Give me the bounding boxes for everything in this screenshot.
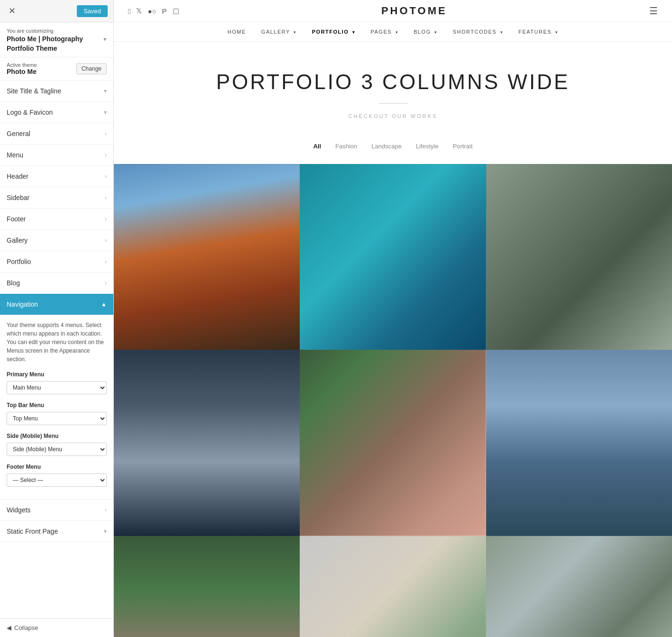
sidebar-item-logo-favicon[interactable]: Logo & Favicon ▾: [0, 102, 113, 123]
nav-item-features[interactable]: FEATURES ▾: [511, 29, 566, 35]
close-button[interactable]: ✕: [6, 5, 18, 17]
sidebar-item-label: Menu: [7, 151, 23, 159]
filter-tab-lifestyle[interactable]: Lifestyle: [416, 143, 439, 150]
nav-item-blog[interactable]: BLOG ▾: [406, 29, 445, 35]
chevron-right-icon: ›: [105, 152, 107, 158]
filter-tab-all[interactable]: All: [313, 143, 321, 150]
flickr-icon[interactable]: ●○: [147, 7, 156, 15]
top-bar-menu-select[interactable]: Main Menu Top Menu Side (Mobile) Menu: [7, 412, 107, 425]
top-bar-menu-group: Top Bar Menu Main Menu Top Menu Side (Mo…: [7, 401, 107, 425]
portfolio-item-1[interactable]: [114, 164, 300, 350]
social-icons:  𝕏 ●○ P ▢: [128, 7, 179, 15]
portfolio-item-4[interactable]: [114, 350, 300, 536]
sidebar-item-label: Blog: [7, 279, 20, 287]
nav-item-portfolio[interactable]: PORTFOLIO ▾: [304, 29, 363, 35]
sidebar-item-label: Logo & Favicon: [7, 109, 53, 116]
change-theme-button[interactable]: Change: [76, 63, 107, 74]
chevron-right-icon: ›: [105, 194, 107, 201]
footer-menu-select[interactable]: — Select — Main Menu Top Menu: [7, 473, 107, 487]
photo-7: [114, 536, 300, 637]
twitter-icon[interactable]: 𝕏: [136, 7, 142, 15]
sidebar-item-label: Widgets: [7, 506, 31, 514]
collapse-arrow-icon: ◀: [7, 624, 11, 631]
saved-button[interactable]: Saved: [77, 5, 108, 17]
navigation-description: Your theme supports 4 menus. Select whic…: [7, 321, 107, 364]
sidebar-item-blog[interactable]: Blog ›: [0, 273, 113, 294]
top-bar-menu-label: Top Bar Menu: [7, 401, 107, 410]
active-theme-section: Active theme Photo Me Change: [0, 57, 113, 81]
chevron-right-icon: ›: [105, 258, 107, 265]
pinterest-icon[interactable]: P: [162, 7, 167, 15]
primary-menu-group: Primary Menu Main Menu Top Menu Side (Mo…: [7, 370, 107, 394]
nav-item-pages[interactable]: PAGES ▾: [363, 29, 406, 35]
instagram-icon[interactable]: ▢: [173, 7, 179, 15]
sidebar-item-label: Static Front Page: [7, 528, 58, 535]
customizing-label: You are customizing: [7, 28, 107, 34]
page-hero: PORTFOLIO 3 COLUMNS WIDE CHECKOUT OUR WO…: [114, 42, 672, 133]
filter-tab-portrait[interactable]: Portrait: [453, 143, 473, 150]
photo-2: [300, 164, 486, 350]
photo-9: [486, 536, 672, 637]
sidebar-item-static-front-page[interactable]: Static Front Page ▾: [0, 521, 113, 542]
pages-dropdown-arrow: ▾: [396, 30, 399, 35]
side-mobile-menu-select[interactable]: Main Menu Top Menu Side (Mobile) Menu: [7, 443, 107, 456]
photo-3: [486, 164, 672, 350]
features-dropdown-arrow: ▾: [555, 30, 559, 35]
hero-divider: [379, 103, 407, 104]
sidebar-item-portfolio[interactable]: Portfolio ›: [0, 251, 113, 273]
sidebar-item-general[interactable]: General ›: [0, 123, 113, 145]
sidebar-item-label: Sidebar: [7, 194, 29, 201]
chevron-right-icon: ›: [105, 237, 107, 244]
customizing-info: You are customizing Photo Me | Photograp…: [0, 22, 113, 57]
chevron-right-icon: ›: [105, 130, 107, 137]
filter-tab-landscape[interactable]: Landscape: [371, 143, 402, 150]
hero-subtitle: CHECKOUT OUR WORKS: [123, 113, 663, 119]
side-mobile-menu-group: Side (Mobile) Menu Main Menu Top Menu Si…: [7, 432, 107, 456]
sidebar-item-label: Site Title & Tagline: [7, 87, 61, 95]
facebook-icon[interactable]: : [128, 7, 130, 15]
photo-5: [300, 350, 486, 536]
sidebar-item-navigation[interactable]: Navigation ▲: [0, 294, 113, 315]
portfolio-item-2[interactable]: [300, 164, 486, 350]
customizing-title: Photo Me | Photography Portfolio Theme: [7, 35, 103, 53]
filter-tab-fashion[interactable]: Fashion: [335, 143, 357, 150]
primary-menu-select[interactable]: Main Menu Top Menu Side (Mobile) Menu: [7, 381, 107, 394]
chevron-right-icon: ›: [105, 507, 107, 513]
sidebar-item-sidebar[interactable]: Sidebar ›: [0, 187, 113, 209]
side-mobile-menu-label: Side (Mobile) Menu: [7, 432, 107, 440]
sidebar-item-label: Footer: [7, 215, 26, 223]
sidebar-item-gallery[interactable]: Gallery ›: [0, 230, 113, 251]
collapse-button[interactable]: ◀ Collapse: [0, 618, 113, 637]
chevron-right-icon: ›: [105, 216, 107, 222]
sidebar-item-widgets[interactable]: Widgets ›: [0, 500, 113, 521]
page-title: PORTFOLIO 3 COLUMNS WIDE: [123, 70, 663, 94]
sidebar-item-header[interactable]: Header ›: [0, 166, 113, 187]
customizer-sidebar: ✕ Saved You are customizing Photo Me | P…: [0, 0, 114, 637]
nav-item-gallery[interactable]: GALLERY ▾: [254, 29, 304, 35]
chevron-down-icon: ▾: [104, 109, 107, 116]
nav-item-shortcodes[interactable]: SHORTCODES ▾: [445, 29, 511, 35]
portfolio-grid: [114, 164, 672, 637]
portfolio-dropdown-arrow: ▾: [352, 30, 356, 35]
primary-menu-label: Primary Menu: [7, 370, 107, 379]
portfolio-item-5[interactable]: [300, 350, 486, 536]
active-theme-name: Photo Me: [7, 68, 37, 75]
collapse-label: Collapse: [14, 624, 38, 631]
hamburger-icon[interactable]: ☰: [649, 5, 658, 17]
sidebar-item-menu[interactable]: Menu ›: [0, 145, 113, 166]
chevron-right-icon: ›: [105, 280, 107, 286]
chevron-down-icon: ▾: [104, 88, 107, 94]
nav-item-home[interactable]: HOME: [220, 29, 254, 35]
sidebar-item-footer[interactable]: Footer ›: [0, 209, 113, 230]
customizing-collapse-arrow[interactable]: ▾: [103, 36, 107, 43]
sidebar-item-site-title-tagline[interactable]: Site Title & Tagline ▾: [0, 81, 113, 102]
portfolio-item-9[interactable]: [486, 536, 672, 637]
portfolio-item-7[interactable]: [114, 536, 300, 637]
footer-menu-group: Footer Menu — Select — Main Menu Top Men…: [7, 463, 107, 487]
navigation-expanded-panel: Your theme supports 4 menus. Select whic…: [0, 315, 113, 500]
portfolio-item-8[interactable]: [300, 536, 486, 637]
site-navigation: HOME GALLERY ▾ PORTFOLIO ▾ PAGES ▾ BLOG …: [114, 22, 672, 42]
portfolio-item-3[interactable]: [486, 164, 672, 350]
photo-1: [114, 164, 300, 350]
portfolio-item-6[interactable]: [486, 350, 672, 536]
